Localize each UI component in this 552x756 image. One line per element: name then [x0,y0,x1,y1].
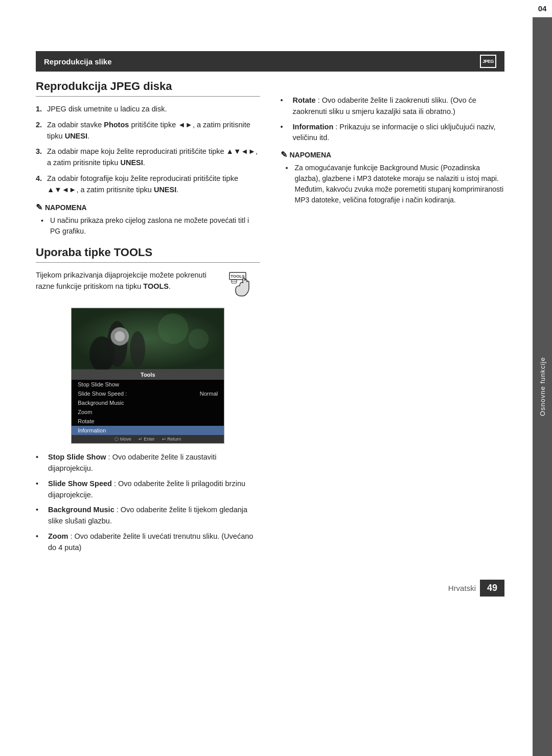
step-1: 1. JPEG disk umetnite u ladicu za disk. [36,104,260,115]
note-icon-1: ✎ [36,202,42,212]
tools-menu-items: Stop Slide Show Slide Show Speed :Normal… [72,380,224,435]
menu-item-information: Information [72,426,224,435]
side-tab: 04 Osnovne funkcije [533,0,552,756]
tools-menu-title: Tools [72,370,224,380]
chapter-number: 04 [533,0,552,17]
tools-bullet-list: Stop Slide Show : Ovo odaberite želite l… [36,452,260,553]
page-number: 49 [480,580,504,597]
section-header-box: Reprodukcija slike JPEG [36,51,504,72]
chapter-label: Osnovne funkcije [533,17,552,756]
menu-item-speed: Slide Show Speed :Normal [72,389,224,398]
note-list-1: U načinu prikaza preko cijelog zaslona n… [36,215,260,237]
left-column: Reprodukcija JPEG diska 1. JPEG disk ume… [36,75,260,559]
note-item-2: Za omogućavanje funkcije Background Musi… [286,163,505,205]
page-language: Hrvatski [448,584,476,592]
note-title-2: ✎ NAPOMENA [281,150,505,159]
tools-menu-photo [72,308,224,370]
note-section-2: ✎ NAPOMENA Za omogućavanje funkcije Back… [281,150,505,205]
bullet-rotate: Rotate : Ovo odaberite želite li zaokren… [281,95,505,118]
jpeg-icon: JPEG [480,55,496,68]
note-section-1: ✎ NAPOMENA U načinu prikaza preko cijelo… [36,202,260,237]
menu-item-rotate: Rotate [72,417,224,426]
bullet-bg-music: Background Music : Ovo odaberite želite … [36,505,260,527]
tools-hand-icon: TOOLS [225,271,259,300]
step-2: 2. Za odabir stavke Photos pritišćite ti… [36,120,260,142]
section1-title: Reprodukcija JPEG diska [36,80,260,97]
bullet-slide-show-speed: Slide Show Speed : Ovo odaberite želite … [36,478,260,501]
note-list-2: Za omogućavanje funkcije Background Musi… [281,163,505,205]
tools-icon-box: TOOLS [224,270,260,301]
tools-section: Uporaba tipke TOOLS Tijekom prikazivanja… [36,246,260,553]
bullet-zoom: Zoom : Ovo odaberite želite li uvećati t… [36,531,260,554]
svg-point-11 [189,329,209,349]
steps-list: 1. JPEG disk umetnite u ladicu za disk. … [36,104,260,195]
svg-text:TOOLS: TOOLS [231,274,245,279]
tools-menu-mockup: Tools Stop Slide Show Slide Show Speed :… [71,308,224,444]
step-3: 3. Za odabir mape koju želite reproducir… [36,146,260,169]
menu-item-stop: Stop Slide Show [72,380,224,389]
page-footer: Hrvatski 49 [36,580,504,597]
tools-intro: Tijekom prikazivanja dijaprojekcije može… [36,270,260,301]
right-column: Rotate : Ovo odaberite želite li zaokren… [281,75,505,559]
bullet-stop-slide-show: Stop Slide Show : Ovo odaberite želite l… [36,452,260,474]
note-icon-2: ✎ [281,150,287,159]
svg-point-9 [115,331,125,341]
menu-item-bgm: Background Music [72,398,224,407]
bullet-information: Information : Prikazuju se informacije o… [281,122,505,144]
svg-point-10 [158,314,189,345]
section2-title: Uporaba tipke TOOLS [36,246,260,263]
tools-menu-overlay: Tools Stop Slide Show Slide Show Speed :… [72,370,224,443]
right-bullet-list: Rotate : Ovo odaberite želite li zaokren… [281,95,505,144]
section-header-label: Reprodukcija slike [44,57,112,66]
tools-menu-footer: ⬡ Move ↵ Enter ↩ Return [72,435,224,443]
note-title-1: ✎ NAPOMENA [36,202,260,212]
step-4: 4. Za odabir fotografije koju želite rep… [36,173,260,196]
note-item-1: U načinu prikaza preko cijelog zaslona n… [41,215,260,237]
svg-point-7 [130,331,145,367]
menu-item-zoom: Zoom [72,407,224,417]
